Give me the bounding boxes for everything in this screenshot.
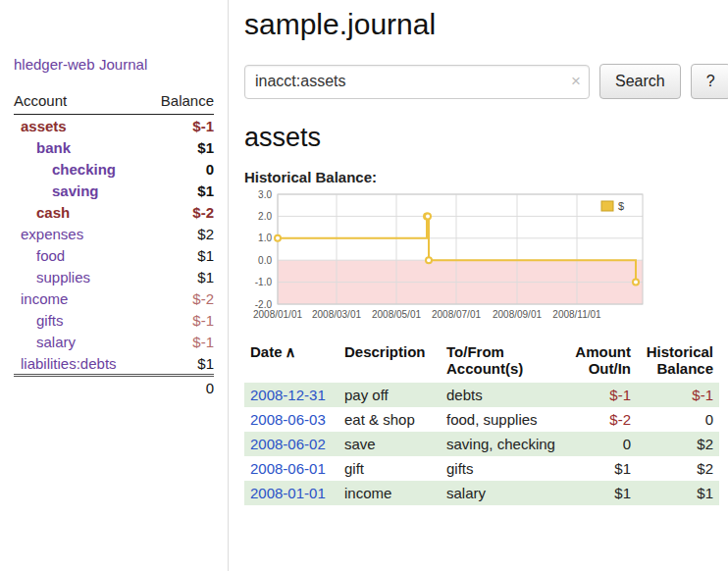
sidebar-account-balance: $-1 [145,309,214,331]
sidebar-account-income[interactable]: income [21,290,68,307]
sidebar-account-supplies[interactable]: supplies [36,269,90,286]
sidebar-account-cash[interactable]: cash [36,204,70,221]
chart-svg: 3.02.01.00.0-1.0-2.02008/01/012008/03/01… [244,190,649,330]
account-row: liabilities:debts$1 [14,352,214,376]
header-accounts-line2: Account(s) [446,360,560,377]
register-header-date[interactable]: Date∧ [244,341,338,383]
accounts-total-row: 0 [14,376,214,399]
y-tick-label: 0.0 [258,255,272,266]
header-balance-line2: Balance [643,360,713,377]
historical-balance-chart[interactable]: 3.02.01.00.0-1.0-2.02008/01/012008/03/01… [244,190,649,330]
x-tick-label: 2008/05/01 [372,309,421,320]
register-row: 2008-06-01giftgifts$1$2 [244,456,719,481]
help-button[interactable]: ? [691,64,728,99]
transaction-date-link[interactable]: 2008-06-03 [250,411,326,428]
search-input[interactable] [244,65,590,99]
transaction-accounts: saving, checking [441,432,566,456]
register-header-balance: Historical Balance [637,341,719,383]
transaction-date-link[interactable]: 2008-12-31 [250,387,326,403]
register-header-accounts: To/From Account(s) [441,341,566,383]
legend-label: $ [618,200,624,212]
transaction-date-link[interactable]: 2008-06-01 [250,460,326,477]
sidebar-account-balance: $1 [145,266,214,287]
transaction-date-cell: 2008-06-03 [244,407,338,432]
transaction-balance: 0 [637,407,719,432]
data-point-marker [633,280,639,286]
register-header-amount: Amount Out/In [566,341,637,383]
transaction-description: gift [338,456,441,481]
transaction-date-link[interactable]: 2008-01-01 [250,485,326,501]
transaction-amount: $1 [566,456,637,481]
x-tick-label: 2008/07/01 [432,309,481,320]
legend-swatch [601,201,613,211]
y-tick-label: 1.0 [258,233,272,243]
transaction-amount: 0 [566,432,637,456]
sidebar-account-expenses[interactable]: expenses [21,226,83,242]
account-row: salary$-1 [14,331,214,352]
sidebar-account-balance: $-1 [145,115,214,137]
sidebar-account-balance: $-2 [145,287,214,309]
main-content: sample.journal × Search ? assets Histori… [229,0,728,571]
sidebar-account-saving[interactable]: saving [52,182,99,199]
header-description-label: Description [344,343,435,360]
x-tick-label: 2008/11/01 [552,309,601,320]
header-accounts-line1: To/From [446,343,560,360]
account-row: supplies$1 [14,266,214,287]
account-row: cash$-2 [14,201,214,223]
sidebar-account-liabilities-debts[interactable]: liabilities:debts [21,355,117,372]
header-amount-line1: Amount [572,343,631,360]
register-row: 2008-01-01incomesalary$1$1 [244,481,719,505]
transaction-date-link[interactable]: 2008-06-02 [250,436,326,452]
journal-link[interactable]: Journal [99,56,147,73]
accounts-total-spacer [14,376,145,399]
sidebar-account-balance: $-2 [145,201,214,223]
sidebar-account-balance: $1 [145,352,214,376]
sidebar-account-balance: $-1 [145,331,214,352]
transaction-balance: $-1 [637,383,719,407]
transaction-balance: $1 [637,481,719,505]
account-row: income$-2 [14,287,214,309]
data-point-marker [425,213,431,219]
sidebar-account-bank[interactable]: bank [36,139,71,156]
app-title-link[interactable]: hledger-web [14,56,95,73]
sidebar-account-food[interactable]: food [36,247,65,264]
header-date-label: Date [250,343,283,360]
account-row: bank$1 [14,136,214,158]
sidebar-account-gifts[interactable]: gifts [36,312,64,329]
sidebar-account-checking[interactable]: checking [52,161,116,178]
search-button[interactable]: Search [599,64,681,99]
transaction-balance: $2 [637,456,719,481]
data-point-marker [275,235,281,241]
y-tick-label: 2.0 [258,211,272,222]
transaction-accounts: salary [441,481,566,505]
chart-legend: $ [598,198,631,215]
transaction-balance: $2 [637,432,719,456]
search-bar: × Search ? [244,64,728,99]
transaction-description: income [338,481,441,505]
account-row: assets$-1 [14,115,214,137]
account-row: food$1 [14,244,214,266]
transaction-amount: $-1 [566,383,637,407]
register-header-row: Date∧ Description To/From Account(s) Amo… [244,341,719,383]
sidebar-account-assets[interactable]: assets [21,118,67,134]
sidebar-account-salary[interactable]: salary [36,334,76,350]
accounts-header-account: Account [14,90,145,115]
sidebar-account-balance: $2 [145,223,214,244]
register-row: 2008-06-02savesaving, checking0$2 [244,432,719,456]
y-tick-label: -2.0 [255,299,273,310]
x-tick-label: 2008/09/01 [493,309,542,320]
y-tick-label: 3.0 [258,190,272,200]
transaction-date-cell: 2008-01-01 [244,481,338,505]
account-row: saving$1 [14,180,214,201]
chart-title: Historical Balance: [244,169,728,185]
x-tick-label: 2008/01/01 [253,309,302,320]
register-header-description: Description [338,341,441,383]
transaction-amount: $1 [566,481,637,505]
transaction-date-cell: 2008-12-31 [244,383,338,407]
header-balance-line1: Historical [643,343,713,360]
register-row: 2008-06-03eat & shopfood, supplies$-20 [244,407,719,432]
clear-search-icon[interactable]: × [571,72,581,91]
register-table: Date∧ Description To/From Account(s) Amo… [244,341,719,505]
y-tick-label: -1.0 [255,277,273,287]
account-row: checking0 [14,158,214,180]
